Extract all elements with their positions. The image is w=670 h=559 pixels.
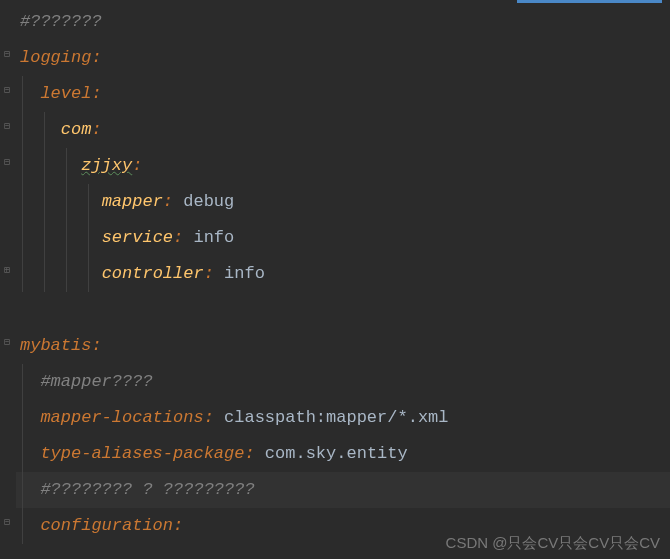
code-line[interactable]: mapper-locations: classpath:mapper/*.xml <box>16 400 670 436</box>
code-line-highlighted[interactable]: #???????? ? ????????? <box>16 472 670 508</box>
code-line[interactable]: zjjxy: <box>16 148 670 184</box>
fold-icon[interactable]: ⊞ <box>1 264 13 276</box>
yaml-key: com <box>61 120 92 139</box>
comment-text: #???????? ? ????????? <box>40 480 254 499</box>
colon: : <box>91 84 101 103</box>
colon: : <box>132 156 142 175</box>
fold-icon[interactable]: ⊟ <box>1 516 13 528</box>
colon: : <box>204 408 214 427</box>
comment-text: #mapper???? <box>40 372 152 391</box>
code-line[interactable]: type-aliases-package: com.sky.entity <box>16 436 670 472</box>
fold-icon[interactable]: ⊟ <box>1 336 13 348</box>
colon: : <box>173 516 183 535</box>
yaml-key: service <box>102 228 173 247</box>
colon: : <box>91 336 101 355</box>
yaml-key: logging <box>20 48 91 67</box>
code-editor[interactable]: ⊟ ⊟ ⊟ ⊟ ⊞ ⊟ ⊟ #??????? logging: level: c… <box>0 0 670 559</box>
fold-icon[interactable]: ⊟ <box>1 156 13 168</box>
code-line[interactable]: mybatis: <box>16 328 670 364</box>
colon: : <box>91 120 101 139</box>
yaml-value: debug <box>183 192 234 211</box>
code-line[interactable]: controller: info <box>16 256 670 292</box>
yaml-key: level <box>40 84 91 103</box>
yaml-key: type-aliases-package <box>40 444 244 463</box>
code-line[interactable]: com: <box>16 112 670 148</box>
yaml-key: controller <box>102 264 204 283</box>
code-line[interactable]: logging: <box>16 40 670 76</box>
code-line-empty[interactable] <box>16 292 670 328</box>
code-area[interactable]: #??????? logging: level: com: zjjxy: map… <box>16 0 670 559</box>
fold-icon[interactable]: ⊟ <box>1 48 13 60</box>
colon: : <box>173 228 183 247</box>
colon: : <box>163 192 173 211</box>
code-line[interactable]: mapper: debug <box>16 184 670 220</box>
code-line[interactable]: #mapper???? <box>16 364 670 400</box>
code-line[interactable]: service: info <box>16 220 670 256</box>
code-line[interactable]: #??????? <box>16 4 670 40</box>
yaml-value: classpath:mapper/*.xml <box>224 408 448 427</box>
yaml-key: configuration <box>40 516 173 535</box>
yaml-key: zjjxy <box>81 156 132 175</box>
fold-icon[interactable]: ⊟ <box>1 84 13 96</box>
yaml-key: mapper-locations <box>40 408 203 427</box>
yaml-value: info <box>193 228 234 247</box>
code-line[interactable]: configuration: <box>16 508 670 544</box>
colon: : <box>244 444 254 463</box>
yaml-value: com.sky.entity <box>265 444 408 463</box>
yaml-key: mapper <box>102 192 163 211</box>
code-line[interactable]: level: <box>16 76 670 112</box>
gutter: ⊟ ⊟ ⊟ ⊟ ⊞ ⊟ ⊟ <box>0 0 16 559</box>
colon: : <box>204 264 214 283</box>
fold-icon[interactable]: ⊟ <box>1 120 13 132</box>
yaml-key: mybatis <box>20 336 91 355</box>
comment-text: #??????? <box>20 12 102 31</box>
yaml-value: info <box>224 264 265 283</box>
colon: : <box>91 48 101 67</box>
